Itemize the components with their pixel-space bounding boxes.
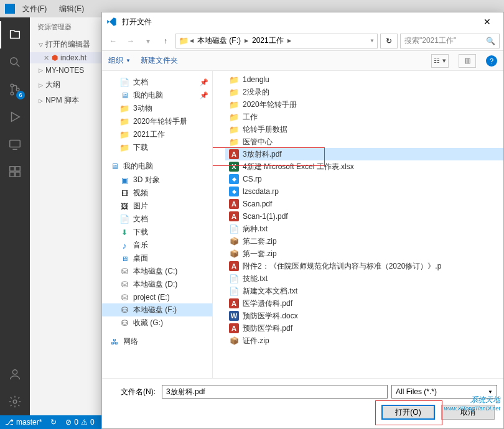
remote-icon[interactable]	[0, 131, 30, 158]
file-list: 1denglu2没录的2020年轮转手册工作轮转手册数据医管中心3放射科.pdf…	[213, 71, 503, 378]
search-icon[interactable]	[0, 48, 30, 76]
file-row[interactable]: 附件2：《住院医师规范化培训内容与标准（2020修订）》.p	[225, 260, 503, 272]
file-row[interactable]: 工作	[225, 111, 503, 123]
nav-recent-button[interactable]: ▾	[141, 34, 156, 48]
file-row[interactable]: Scan.pdf	[225, 198, 503, 210]
file-row[interactable]: 1denglu	[225, 73, 503, 86]
file-name: index.ht	[60, 53, 86, 62]
settings-icon[interactable]	[0, 388, 30, 415]
file-row[interactable]: 证件.zip	[225, 334, 503, 347]
svg-rect-8	[16, 172, 20, 177]
activity-bar: 6	[0, 17, 30, 415]
vscode-logo	[5, 4, 15, 14]
organize-button[interactable]: 组织 ▼	[108, 55, 131, 66]
menu-file[interactable]: 文件(F)	[17, 4, 52, 14]
new-folder-button[interactable]: 新建文件夹	[141, 55, 178, 66]
html5-icon: ⬢	[52, 53, 58, 62]
source-control-icon[interactable]: 6	[0, 76, 30, 103]
open-file[interactable]: ✕ ⬢ index.ht	[30, 52, 101, 63]
file-row[interactable]: 3放射科.pdf	[225, 148, 503, 160]
file-row[interactable]: 2没录的	[225, 86, 503, 98]
nav-item[interactable]: 文档📌	[102, 76, 212, 89]
search-input[interactable]: 搜索"2021工作" 🔍	[400, 34, 500, 48]
explorer-icon[interactable]	[0, 21, 30, 48]
address-bar[interactable]: ◀ 本地磁盘 (F:) ▶ 2021工作 ▶ ▼	[175, 34, 378, 48]
my-notes-section[interactable]: ▷MY-NOTES	[30, 63, 101, 77]
nav-forward-button: →	[123, 34, 138, 48]
nav-item[interactable]: 文档	[102, 213, 212, 226]
file-row[interactable]: 2020年轮转手册	[225, 98, 503, 111]
file-row[interactable]: 第二套.zip	[225, 235, 503, 247]
file-row[interactable]: Scan-1(1).pdf	[225, 210, 503, 223]
breadcrumb-seg[interactable]: 本地磁盘 (F:)	[195, 35, 243, 46]
nav-item[interactable]: 我的电脑📌	[102, 89, 212, 102]
help-button[interactable]: ?	[486, 55, 497, 67]
nav-item[interactable]: 音乐	[102, 239, 212, 252]
file-row[interactable]: 医学遗传科.pdf	[225, 297, 503, 310]
filename-label: 文件名(N):	[108, 387, 158, 397]
folder-icon	[179, 36, 189, 46]
outline-section[interactable]: ▷大纲	[30, 77, 101, 93]
extensions-icon[interactable]	[0, 158, 30, 185]
svg-rect-5	[10, 167, 14, 171]
status-problems[interactable]: ⊘ 0 ⚠ 0	[65, 418, 94, 427]
nav-item[interactable]: 收藏 (G:)	[102, 316, 212, 330]
nav-item[interactable]: project (E:)	[102, 291, 212, 303]
menu-edit[interactable]: 编辑(E)	[54, 4, 89, 14]
watermark: 系统天地 www.XiTongTianDi.net	[444, 395, 500, 412]
open-editors-section[interactable]: ▽打开的编辑器	[30, 37, 101, 52]
nav-item[interactable]: 下载	[102, 141, 212, 154]
dialog-close-button[interactable]: ✕	[475, 13, 500, 30]
open-button[interactable]: 打开(O)	[381, 405, 435, 420]
nav-item[interactable]: 下载	[102, 226, 212, 239]
dialog-nav: ← → ▾ ↑ ◀ 本地磁盘 (F:) ▶ 2021工作 ▶ ▼ ↻ 搜索"20…	[102, 31, 503, 51]
preview-pane-button[interactable]: ▥	[459, 54, 476, 68]
file-row[interactable]: lzscdata.rp	[225, 185, 503, 198]
svg-point-1	[11, 84, 14, 87]
file-row[interactable]: CS.rp	[225, 173, 503, 185]
dialog-title: 打开文件	[122, 17, 152, 27]
svg-point-9	[12, 370, 17, 374]
nav-item[interactable]: 本地磁盘 (D:)	[102, 278, 212, 291]
close-icon[interactable]: ✕	[44, 54, 49, 62]
nav-item[interactable]: 3动物	[102, 102, 212, 115]
file-row[interactable]: 4新建 Microsoft Excel 工作表.xlsx	[225, 160, 503, 173]
network-header[interactable]: 网络	[102, 334, 212, 349]
nav-up-button[interactable]: ↑	[158, 34, 173, 48]
file-row[interactable]: 技能.txt	[225, 272, 503, 285]
file-row[interactable]: 预防医学科.pdf	[225, 322, 503, 334]
status-sync[interactable]: ↻	[50, 418, 57, 427]
svg-point-2	[11, 92, 14, 95]
nav-item[interactable]: 2021工作	[102, 128, 212, 141]
npm-scripts-section[interactable]: ▷NPM 脚本	[30, 93, 101, 108]
run-debug-icon[interactable]	[0, 103, 30, 131]
sidebar-title: 资源管理器	[30, 17, 101, 37]
nav-item[interactable]: 图片	[102, 200, 212, 213]
svg-point-0	[11, 58, 17, 65]
nav-item[interactable]: 3D 对象	[102, 173, 212, 187]
file-row[interactable]: 轮转手册数据	[225, 123, 503, 136]
file-row[interactable]: 第一套.zip	[225, 247, 503, 260]
status-branch[interactable]: ⎇ master*	[5, 418, 42, 427]
nav-item[interactable]: 桌面	[102, 252, 212, 265]
nav-item[interactable]: 本地磁盘 (C:)	[102, 265, 212, 278]
file-row[interactable]: 医管中心	[225, 136, 503, 148]
nav-back-button[interactable]: ←	[106, 34, 121, 48]
file-open-dialog: 打开文件 ✕ ← → ▾ ↑ ◀ 本地磁盘 (F:) ▶ 2021工作 ▶ ▼ …	[101, 12, 504, 429]
filename-input[interactable]	[162, 385, 388, 399]
nav-item[interactable]: 视频	[102, 187, 212, 200]
breadcrumb-seg[interactable]: 2021工作	[250, 35, 286, 46]
refresh-button[interactable]: ↻	[380, 34, 398, 48]
view-mode-button[interactable]: ☷ ▾	[431, 54, 449, 68]
svg-rect-4	[10, 141, 21, 147]
accounts-icon[interactable]	[0, 361, 30, 388]
this-pc-header[interactable]: 我的电脑	[102, 159, 212, 173]
file-row[interactable]: 预防医学科.docx	[225, 310, 503, 322]
dialog-toolbar: 组织 ▼ 新建文件夹 ☷ ▾ ▥ ?	[102, 51, 503, 71]
nav-item[interactable]: 2020年轮转手册	[102, 115, 212, 128]
nav-item[interactable]: 本地磁盘 (F:)	[102, 303, 212, 316]
file-row[interactable]: 新建文本文档.txt	[225, 285, 503, 297]
navigation-pane: 文档📌我的电脑📌3动物2020年轮转手册2021工作下载 我的电脑 3D 对象视…	[102, 71, 213, 378]
svg-rect-7	[10, 172, 14, 177]
file-row[interactable]: 病种.txt	[225, 223, 503, 235]
